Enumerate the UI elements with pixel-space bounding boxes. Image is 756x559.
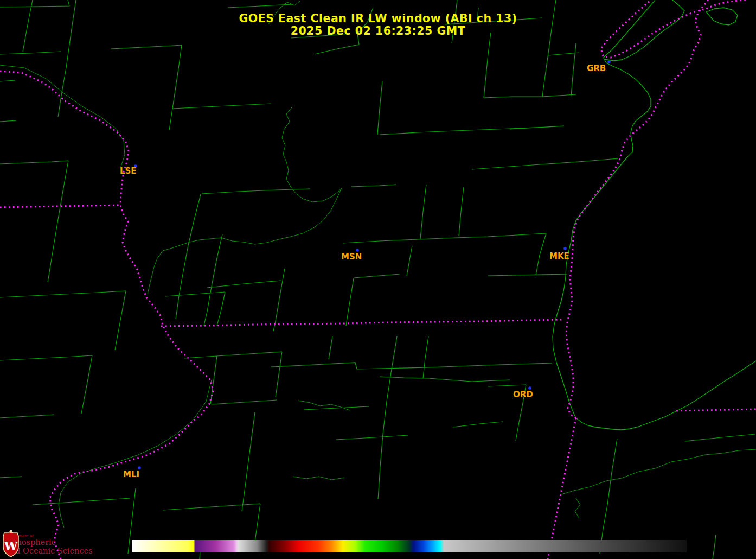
station-marker-mli (138, 466, 141, 469)
station-label-mli: MLI (123, 469, 139, 479)
station-marker-mke (563, 247, 567, 250)
station-label-grb: GRB (587, 63, 606, 73)
station-marker-msn (356, 249, 359, 252)
map-title-line1: GOES East Clean IR LW window (ABI ch 13) (239, 12, 517, 25)
station-label-mke: MKE (549, 251, 569, 261)
temperature-colorbar (132, 540, 687, 552)
station-label-lse: LSE (120, 166, 137, 176)
ir-image-background (0, 0, 756, 559)
svg-text:W: W (4, 539, 18, 553)
station-label-msn: MSN (341, 252, 362, 262)
satellite-map: GRBLSEMSNMKEORDMLI GOES East Clean IR LW… (0, 0, 756, 559)
station-marker-ord (528, 386, 531, 390)
station-label-ord: ORD (513, 390, 533, 399)
uw-aos-logo: W Department of Atmospheric and Oceanic … (2, 530, 93, 555)
station-marker-grb (607, 60, 611, 63)
uw-crest-icon: W (2, 530, 20, 557)
satellite-image-viewer: GRBLSEMSNMKEORDMLI GOES East Clean IR LW… (0, 0, 756, 559)
map-title-line2: 2025 Dec 02 16:23:25 GMT (291, 24, 465, 37)
